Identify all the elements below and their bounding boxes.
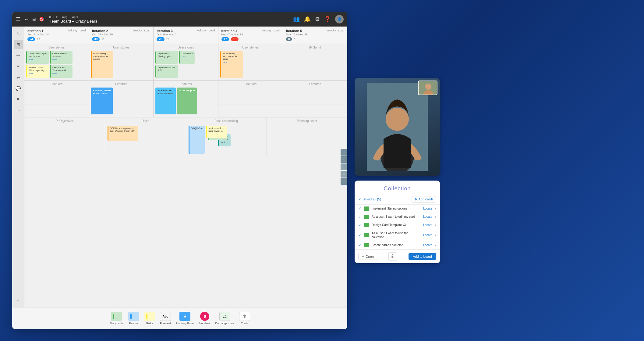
item-locate-1[interactable]: Locate [423, 207, 432, 210]
collection-title: Collection [359, 185, 435, 192]
iter5-ip-sprint-label: IP Sprint [283, 44, 347, 50]
item-check-5[interactable]: ✓ [358, 243, 361, 247]
iter2-features-label: Features [89, 81, 153, 86]
toolbar-planning-poker[interactable]: ♠ Planning Poker [176, 312, 194, 325]
zoom-in-arrow[interactable]: + [341, 163, 347, 170]
trash-collection-icon: 🗑 [390, 254, 395, 259]
risks-toolbar-label: Risks [146, 322, 153, 325]
risks-content: SCIM is a new protocol, lack of support … [105, 124, 186, 142]
gear-icon[interactable]: ⚙ [315, 16, 320, 23]
risks-card[interactable]: SCIM is a new protocol, lack of support … [108, 126, 138, 141]
toolbar-story-cards[interactable]: Story cards [109, 312, 123, 325]
item-check-4[interactable]: ✓ [358, 233, 361, 237]
card-collection-sync[interactable]: Collection & Sync mechanism #rime [26, 51, 49, 64]
iteration-4: Iteration 4 Nov. 02 – Nov. 15 Velocity L… [218, 27, 283, 117]
bell-icon[interactable]: 🔔 [304, 16, 311, 23]
feature-scim-support[interactable]: SCIM support [177, 88, 197, 114]
hamburger-icon[interactable]: ☰ [16, 16, 21, 23]
risks-label: Risks [105, 117, 186, 124]
select-all-button[interactable]: ✓ Select all (5) [358, 197, 381, 201]
grid-tool[interactable]: ⊞ [14, 40, 23, 49]
more-tool[interactable]: ··· [14, 106, 23, 115]
nav-right-arrow[interactable]: › [341, 149, 347, 156]
iteration-1-header: Iteration 1 Sep. 21 – Oct. 04 Velocity L… [24, 27, 89, 44]
help-icon[interactable]: ❓ [324, 16, 331, 23]
card-card-editor[interactable]: Card editor Clear [179, 51, 194, 64]
iter3-cards-area: Implement filtering option Card editor C… [154, 50, 218, 80]
card-text: Implement filtering option [158, 52, 176, 58]
card-tag: #rime [52, 73, 57, 74]
toolbar-exchange[interactable]: ⇄ Exchange zone [215, 312, 234, 325]
planning-poker-label: Planning poker [267, 117, 347, 124]
toolbar-risks[interactable]: Risks [144, 312, 155, 325]
collection-item: ✓ Implement filtering options Locate ▾ [355, 205, 440, 213]
item-check-1[interactable]: ✓ [358, 206, 361, 211]
locate-chevron-3: ▾ [435, 224, 436, 227]
pi-objectives-section: PI Objectives [24, 117, 105, 155]
feature-tag: ⊞ SWIG / RMTC [157, 92, 174, 95]
svg-rect-3 [130, 314, 132, 319]
card-provisioning-groups[interactable]: Provisioning mechanism for groups [91, 51, 113, 78]
flag-tool[interactable]: ⚑ [14, 95, 23, 104]
iter3-stories-label: User stories [154, 44, 218, 50]
left-sidebar: ↖ ⊞ ✏ ⚭ ↩ 💬 ⚑ ··· ← [12, 27, 24, 307]
iter5-cards-area [283, 50, 347, 80]
item-text-1: Implement filtering options [372, 206, 421, 210]
card-review-okta[interactable]: Review OKTA SCIM capability #rime [26, 65, 49, 78]
item-locate-3[interactable]: Locate [423, 223, 432, 227]
item-locate-2[interactable]: Locate [423, 215, 432, 218]
velocity-badge-1: 24 [27, 37, 35, 41]
cursor-tool[interactable]: ↖ [14, 29, 23, 38]
comment-tool[interactable]: 💬 [14, 84, 23, 93]
card-implement-scim[interactable]: Implement SCIM API [155, 65, 178, 78]
iter2-stories-label: User stories [89, 44, 153, 50]
card-provisioning-users[interactable]: Provisioning mechanism for users #rime [220, 51, 243, 78]
back-icon[interactable]: ← [24, 16, 29, 23]
collection-panel: Collection ✓ Select all (5) ⊕ Add cards … [355, 181, 440, 263]
item-locate-4[interactable]: Locate [423, 233, 432, 237]
add-to-board-button[interactable]: Add to board [409, 253, 436, 260]
card-qrqc[interactable]: QRQC Card [189, 126, 205, 154]
iter4-stories-label: User stories [218, 44, 283, 50]
nav-left-arrow[interactable]: ‹ [341, 156, 347, 163]
card-design-card[interactable]: Design Card Template v34 #rime [50, 65, 73, 78]
nav-down-arrow[interactable]: › [341, 178, 347, 185]
card-implement-filter[interactable]: Implement filtering option [155, 51, 178, 64]
zoom-out-arrow[interactable]: − [341, 171, 347, 178]
toolbar-feature[interactable]: Feature [128, 312, 139, 325]
iter1-features-section: Features [24, 81, 89, 105]
top-bar: ☰ ← ⊞ 🎯 IUX 19 · A@5 · ART Team Board – … [12, 12, 347, 27]
toolbar-trash[interactable]: 🗑 Trash [239, 312, 250, 325]
undo-tool[interactable]: ↩ [14, 73, 23, 82]
toolbar-numbers[interactable]: 6 Numbers [199, 312, 211, 325]
toolbar-free-text[interactable]: Abc Free text [160, 312, 171, 325]
add-cards-button[interactable]: ⊕ Add cards [412, 196, 436, 203]
iteration-2-dates: Oct. 05 – Oct. 18 [92, 33, 113, 36]
breadcrumb-icon[interactable]: ⊞ [32, 17, 36, 22]
select-all-label: Select all (5) [363, 197, 381, 201]
collection-item: ✓ As a user, I want to edit my card Loca… [355, 213, 440, 221]
users-icon[interactable]: 👥 [293, 16, 300, 23]
load-badge-4: 18 [231, 37, 239, 41]
trash-label: Trash [241, 322, 248, 325]
item-check-2[interactable]: ✓ [358, 215, 361, 219]
locate-chevron-5: ▾ [435, 244, 436, 247]
open-button[interactable]: ✏ Open [358, 253, 377, 260]
link-tool[interactable]: ⚭ [14, 62, 23, 71]
card-create-addon[interactable]: Create add-on skeleton #rime [50, 51, 73, 64]
delete-button[interactable]: 🗑 [388, 252, 397, 261]
item-check-3[interactable]: ✓ [358, 223, 361, 227]
board-icon[interactable]: 🎯 [39, 17, 44, 22]
iter3-stories-section: User stories Implement filtering option … [154, 44, 218, 81]
feature-planning-board[interactable]: Planning board ⊞ SWA1 / RMTC [91, 88, 113, 114]
item-locate-5[interactable]: Locate [423, 243, 432, 247]
card-implement-user[interactable]: Implement As a user, I want to [206, 126, 227, 138]
feature-jira-addon[interactable]: Jira add-on ⊞ SWIG / RMTC [155, 88, 176, 114]
iter2-features-section: Features Planning board ⊞ SWA1 / RMTC [89, 81, 153, 117]
feature-tag: ⊞ SWA1 / RMTC [93, 92, 111, 95]
pencil-tool[interactable]: ✏ [14, 51, 23, 60]
avatar[interactable]: 👤 [335, 15, 344, 23]
collapse-tool[interactable]: ← [14, 296, 23, 305]
story-cards-icon [111, 312, 122, 321]
card-tag: Clear [182, 56, 186, 58]
